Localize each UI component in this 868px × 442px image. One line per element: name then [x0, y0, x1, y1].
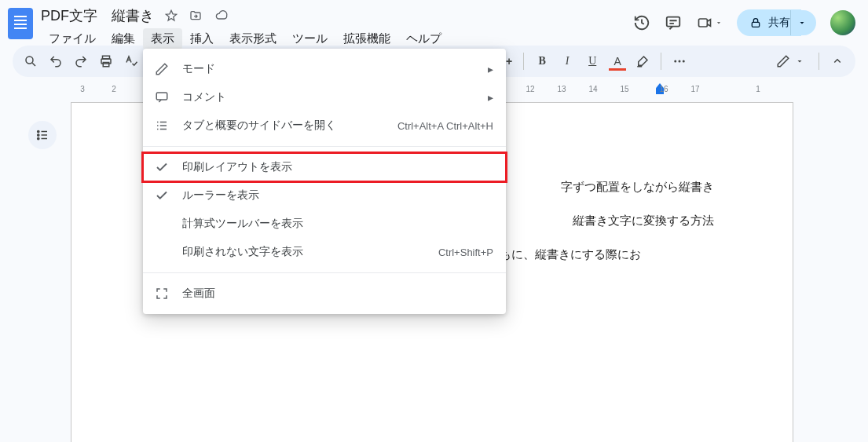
menu-view[interactable]: 表示	[143, 28, 182, 49]
ruler-tick: 1	[756, 85, 760, 93]
redo-icon[interactable]	[69, 49, 93, 73]
view-dropdown: モード ▸ コメント ▸ タブと概要のサイドバーを開く Ctrl+Alt+A C…	[143, 49, 506, 314]
svg-rect-0	[667, 17, 680, 27]
list-icon	[35, 128, 49, 142]
highlight-button[interactable]	[631, 49, 654, 73]
menu-item-label: タブと概要のサイドバーを開く	[182, 119, 385, 133]
menu-extensions[interactable]: 拡張機能	[335, 28, 398, 49]
text-color-button[interactable]: A	[606, 49, 629, 73]
menu-item-label: 全画面	[182, 287, 493, 301]
docs-logo-icon[interactable]	[8, 8, 33, 39]
titlebar: PDF文字 縦書き ファイル 編集 表示 挿入 表示形式 ツール 拡張機能 ヘル…	[0, 0, 868, 46]
ruler-tick: 16	[659, 85, 668, 93]
menu-item-nonprinting[interactable]: 印刷されない文字を表示 Ctrl+Shift+P	[143, 238, 506, 266]
menu-item-mode[interactable]: モード ▸	[143, 55, 506, 83]
share-dropdown[interactable]	[790, 10, 816, 35]
collapse-icon[interactable]	[826, 49, 849, 73]
menubar: ファイル 編集 表示 挿入 表示形式 ツール 拡張機能 ヘルプ	[41, 28, 633, 49]
move-folder-icon[interactable]	[189, 9, 203, 22]
menu-item-label: コメント	[182, 90, 475, 104]
menu-insert[interactable]: 挿入	[182, 28, 222, 49]
svg-rect-2	[752, 22, 759, 27]
svg-rect-1	[699, 19, 708, 27]
chevron-down-icon	[795, 57, 804, 66]
menu-item-label: モード	[182, 62, 475, 76]
more-icon[interactable]	[668, 49, 691, 73]
menu-item-print-layout[interactable]: 印刷レイアウトを表示	[143, 153, 506, 181]
spellcheck-icon[interactable]	[119, 49, 143, 73]
ruler-tick: 3	[80, 85, 85, 93]
pencil-icon	[776, 54, 790, 68]
check-icon	[154, 160, 170, 174]
comments-icon[interactable]	[665, 14, 682, 31]
chevron-right-icon: ▸	[488, 63, 493, 75]
italic-button[interactable]: I	[555, 49, 579, 73]
menu-item-label: ルーラーを表示	[182, 188, 493, 203]
ruler-tick: 12	[526, 85, 534, 93]
underline-button[interactable]: U	[580, 49, 604, 73]
star-icon[interactable]	[165, 9, 178, 22]
menu-item-formula-bar[interactable]: 計算式ツールバーを表示	[143, 210, 506, 238]
avatar[interactable]	[830, 10, 855, 35]
bold-button[interactable]: B	[530, 49, 554, 73]
svg-rect-13	[156, 93, 167, 100]
comment-icon	[154, 90, 170, 104]
menu-item-label: 印刷されない文字を表示	[182, 245, 426, 259]
meet-icon[interactable]	[696, 15, 723, 31]
menu-edit[interactable]: 編集	[104, 28, 143, 49]
lock-icon	[749, 16, 762, 29]
undo-icon[interactable]	[44, 49, 68, 73]
titlebar-right: 共有	[633, 9, 855, 36]
ruler-tick: 15	[620, 85, 628, 93]
menu-item-shortcut: Ctrl+Shift+P	[438, 247, 493, 258]
ruler-tick: 13	[557, 85, 566, 93]
menu-separator	[143, 272, 506, 273]
share-label: 共有	[768, 16, 790, 30]
title-column: PDF文字 縦書き ファイル 編集 表示 挿入 表示形式 ツール 拡張機能 ヘル…	[41, 5, 633, 49]
doc-title-row: PDF文字 縦書き	[41, 5, 633, 27]
menu-item-fullscreen[interactable]: 全画面	[143, 279, 506, 308]
menu-item-tabs-outline[interactable]: タブと概要のサイドバーを開く Ctrl+Alt+A Ctrl+Alt+H	[143, 111, 506, 140]
svg-point-10	[38, 130, 39, 132]
pencil-icon	[154, 62, 170, 76]
print-icon[interactable]	[94, 49, 118, 73]
list-icon	[154, 119, 170, 133]
menu-item-shortcut: Ctrl+Alt+A Ctrl+Alt+H	[397, 120, 493, 132]
ruler-tick: 2	[112, 85, 116, 93]
menu-item-show-ruler[interactable]: ルーラーを表示	[143, 181, 506, 210]
cloud-status-icon[interactable]	[214, 9, 229, 22]
menu-item-label: 計算式ツールバーを表示	[182, 217, 493, 231]
menu-help[interactable]: ヘルプ	[398, 28, 449, 49]
menu-tools[interactable]: ツール	[284, 28, 335, 49]
fullscreen-icon	[154, 287, 170, 301]
menu-file[interactable]: ファイル	[41, 28, 104, 49]
svg-point-3	[26, 57, 33, 64]
svg-point-9	[683, 60, 685, 63]
menu-separator	[143, 146, 506, 147]
ruler-tick: 17	[690, 85, 699, 93]
doc-title[interactable]: PDF文字 縦書き	[41, 6, 154, 25]
history-icon[interactable]	[633, 14, 650, 31]
editing-mode-button[interactable]	[768, 51, 812, 71]
menu-item-label: 印刷レイアウトを表示	[182, 160, 493, 174]
svg-point-11	[38, 134, 39, 136]
show-outline-button[interactable]	[28, 121, 57, 149]
menu-item-comments[interactable]: コメント ▸	[143, 83, 506, 111]
menu-format[interactable]: 表示形式	[222, 28, 284, 49]
ruler-tick: 14	[588, 85, 597, 93]
svg-point-7	[674, 60, 676, 63]
search-menu-icon[interactable]	[19, 49, 42, 73]
chevron-right-icon: ▸	[488, 91, 493, 104]
check-icon	[154, 188, 170, 203]
svg-point-8	[679, 60, 681, 63]
svg-point-12	[38, 137, 39, 139]
